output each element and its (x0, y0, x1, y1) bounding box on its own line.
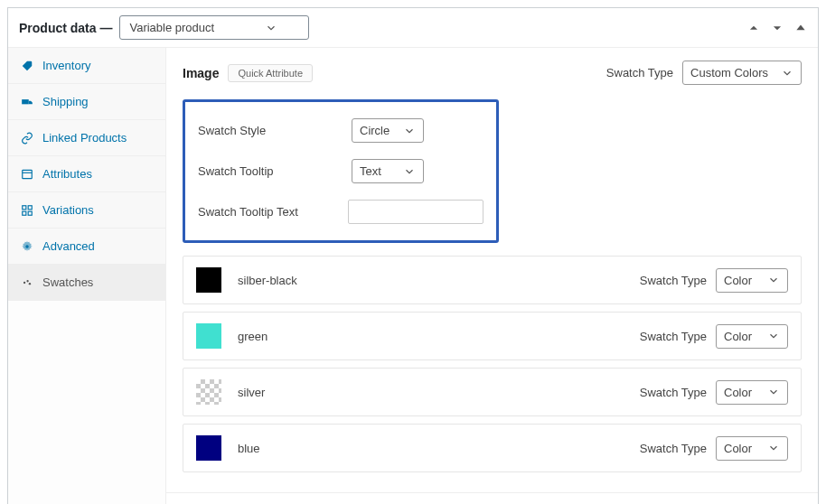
sidebar-item-inventory[interactable]: Inventory (8, 48, 165, 84)
swatch-row[interactable]: silver Swatch Type Color (183, 368, 802, 416)
arrow-up-icon[interactable] (747, 22, 760, 34)
sidebar: Inventory Shipping Linked Products Attri… (8, 48, 166, 504)
sidebar-item-linked[interactable]: Linked Products (8, 120, 165, 156)
content-area: Image Quick Attribute Swatch Type Custom… (166, 48, 818, 504)
arrow-down-icon[interactable] (771, 22, 784, 34)
panel-header: Product data — Variable product (8, 8, 818, 48)
sidebar-item-shipping[interactable]: Shipping (8, 84, 165, 120)
chevron-down-icon (767, 442, 780, 454)
svg-rect-4 (28, 205, 32, 209)
swatch-name: green (238, 330, 268, 343)
swatch-type-value: Custom Colors (690, 66, 768, 79)
swatch-row-type-select[interactable]: Color (716, 324, 788, 349)
sidebar-label: Variations (42, 203, 94, 217)
svg-rect-3 (23, 205, 26, 209)
sidebar-label: Swatches (42, 275, 93, 289)
swatch-type-select[interactable]: Custom Colors (682, 61, 802, 85)
chevron-down-icon (781, 67, 793, 79)
swatch-color-box (196, 379, 221, 405)
svg-rect-6 (28, 211, 32, 215)
panel-title: Product data — (19, 21, 112, 35)
chevron-down-icon (265, 22, 277, 34)
panel-body: Inventory Shipping Linked Products Attri… (8, 48, 818, 504)
swatch-color-box (196, 323, 221, 349)
chevron-down-icon (403, 125, 416, 137)
swatch-name: silver (238, 386, 265, 399)
swatch-type-label: Swatch Type (640, 274, 707, 287)
swatch-type-label: Swatch Type (640, 386, 707, 399)
svg-point-9 (26, 280, 28, 282)
section-model: Model Global Attribute Swatch Type Inher… (166, 493, 818, 504)
section-image: Image Quick Attribute Swatch Type Custom… (166, 48, 818, 493)
swatch-row[interactable]: blue Swatch Type Color (183, 424, 802, 472)
truck-icon (21, 96, 33, 108)
sidebar-item-advanced[interactable]: Advanced (8, 229, 165, 265)
svg-rect-1 (23, 170, 33, 178)
section-header: Image Quick Attribute Swatch Type Custom… (183, 61, 802, 85)
swatch-style-select[interactable]: Circle (352, 118, 424, 143)
sidebar-label: Linked Products (42, 131, 127, 145)
sidebar-item-attributes[interactable]: Attributes (8, 156, 165, 192)
palette-icon (21, 276, 33, 289)
swatch-tooltip-text-input[interactable] (348, 200, 483, 224)
swatch-config-box: Swatch Style Circle Swatch Tooltip Text (183, 99, 499, 243)
swatch-name: blue (238, 442, 260, 455)
swatch-style-label: Swatch Style (198, 124, 352, 137)
sidebar-label: Inventory (42, 59, 90, 72)
swatch-row-type-value: Color (724, 442, 752, 455)
svg-point-10 (29, 283, 31, 285)
link-icon (21, 132, 33, 145)
grid-icon (21, 204, 33, 217)
triangle-up-icon[interactable] (794, 22, 807, 34)
swatch-tooltip-label: Swatch Tooltip (198, 164, 352, 178)
swatch-row-type-select[interactable]: Color (716, 380, 788, 405)
product-type-select[interactable]: Variable product (119, 15, 309, 40)
sidebar-item-variations[interactable]: Variations (8, 192, 165, 229)
sidebar-item-swatches[interactable]: Swatches (8, 265, 165, 301)
swatch-list: silber-black Swatch Type Color green (183, 256, 802, 472)
svg-rect-5 (23, 211, 26, 215)
swatch-tooltip-select[interactable]: Text (352, 159, 424, 183)
chevron-down-icon (767, 330, 780, 342)
list-icon (21, 168, 33, 181)
product-data-panel: Product data — Variable product Inventor… (7, 7, 819, 504)
swatch-name: silber-black (238, 274, 297, 287)
swatch-type-label: Swatch Type (640, 330, 707, 343)
tag-icon (21, 60, 33, 72)
section-title: Image (183, 66, 219, 80)
sidebar-label: Shipping (42, 95, 89, 108)
gear-icon (21, 240, 33, 253)
chevron-down-icon (403, 165, 416, 178)
swatch-row[interactable]: silber-black Swatch Type Color (183, 256, 802, 304)
swatch-row-type-select[interactable]: Color (716, 268, 788, 293)
swatch-row-type-value: Color (724, 330, 752, 343)
swatch-color-box (196, 435, 221, 461)
swatch-tooltip-text-label: Swatch Tooltip Text (198, 205, 348, 219)
form-row-tooltip-text: Swatch Tooltip Text (198, 200, 483, 224)
product-type-value: Variable product (129, 21, 214, 34)
sidebar-label: Advanced (42, 239, 95, 253)
form-row-tooltip: Swatch Tooltip Text (198, 159, 483, 183)
swatch-type-label: Swatch Type (606, 66, 673, 79)
swatch-row-type-value: Color (724, 274, 752, 287)
svg-rect-0 (22, 99, 29, 104)
swatch-color-box (196, 267, 221, 293)
swatch-tooltip-value: Text (360, 164, 381, 178)
chevron-down-icon (767, 386, 780, 398)
swatch-row-type-value: Color (724, 386, 752, 399)
swatch-style-value: Circle (360, 124, 390, 137)
form-row-style: Swatch Style Circle (198, 118, 483, 143)
svg-point-8 (23, 281, 25, 283)
panel-toggle-arrows (747, 22, 807, 34)
chevron-down-icon (767, 274, 780, 286)
swatch-row[interactable]: green Swatch Type Color (183, 312, 802, 360)
sidebar-label: Attributes (42, 167, 92, 181)
quick-attribute-button[interactable]: Quick Attribute (228, 64, 313, 82)
swatch-type-label: Swatch Type (640, 442, 707, 455)
swatch-row-type-select[interactable]: Color (716, 436, 788, 461)
